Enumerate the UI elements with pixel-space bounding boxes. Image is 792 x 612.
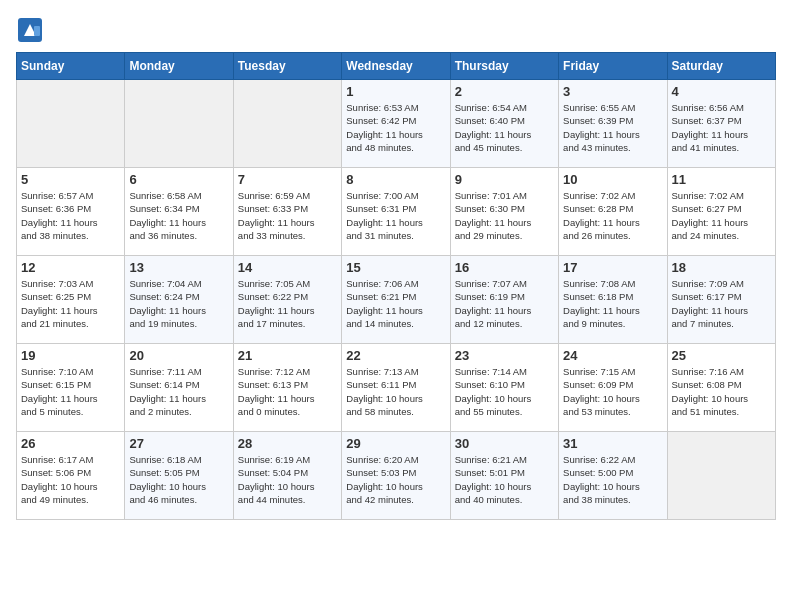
page-header xyxy=(16,16,776,44)
calendar-cell: 28Sunrise: 6:19 AM Sunset: 5:04 PM Dayli… xyxy=(233,432,341,520)
day-info: Sunrise: 7:08 AM Sunset: 6:18 PM Dayligh… xyxy=(563,277,662,330)
day-number: 5 xyxy=(21,172,120,187)
calendar-cell: 14Sunrise: 7:05 AM Sunset: 6:22 PM Dayli… xyxy=(233,256,341,344)
day-number: 24 xyxy=(563,348,662,363)
day-number: 13 xyxy=(129,260,228,275)
calendar-cell: 27Sunrise: 6:18 AM Sunset: 5:05 PM Dayli… xyxy=(125,432,233,520)
day-number: 3 xyxy=(563,84,662,99)
calendar-cell: 18Sunrise: 7:09 AM Sunset: 6:17 PM Dayli… xyxy=(667,256,775,344)
day-number: 20 xyxy=(129,348,228,363)
day-info: Sunrise: 6:57 AM Sunset: 6:36 PM Dayligh… xyxy=(21,189,120,242)
calendar-cell: 16Sunrise: 7:07 AM Sunset: 6:19 PM Dayli… xyxy=(450,256,558,344)
day-info: Sunrise: 7:06 AM Sunset: 6:21 PM Dayligh… xyxy=(346,277,445,330)
calendar-table: SundayMondayTuesdayWednesdayThursdayFrid… xyxy=(16,52,776,520)
day-info: Sunrise: 7:02 AM Sunset: 6:27 PM Dayligh… xyxy=(672,189,771,242)
calendar-cell: 25Sunrise: 7:16 AM Sunset: 6:08 PM Dayli… xyxy=(667,344,775,432)
day-number: 12 xyxy=(21,260,120,275)
calendar-cell: 3Sunrise: 6:55 AM Sunset: 6:39 PM Daylig… xyxy=(559,80,667,168)
calendar-week-5: 26Sunrise: 6:17 AM Sunset: 5:06 PM Dayli… xyxy=(17,432,776,520)
day-number: 6 xyxy=(129,172,228,187)
calendar-cell: 7Sunrise: 6:59 AM Sunset: 6:33 PM Daylig… xyxy=(233,168,341,256)
day-number: 29 xyxy=(346,436,445,451)
day-number: 27 xyxy=(129,436,228,451)
day-number: 21 xyxy=(238,348,337,363)
svg-rect-2 xyxy=(34,26,40,36)
day-info: Sunrise: 7:03 AM Sunset: 6:25 PM Dayligh… xyxy=(21,277,120,330)
calendar-cell: 13Sunrise: 7:04 AM Sunset: 6:24 PM Dayli… xyxy=(125,256,233,344)
day-info: Sunrise: 7:02 AM Sunset: 6:28 PM Dayligh… xyxy=(563,189,662,242)
day-number: 8 xyxy=(346,172,445,187)
day-info: Sunrise: 6:54 AM Sunset: 6:40 PM Dayligh… xyxy=(455,101,554,154)
calendar-cell: 6Sunrise: 6:58 AM Sunset: 6:34 PM Daylig… xyxy=(125,168,233,256)
day-info: Sunrise: 6:55 AM Sunset: 6:39 PM Dayligh… xyxy=(563,101,662,154)
calendar-cell: 8Sunrise: 7:00 AM Sunset: 6:31 PM Daylig… xyxy=(342,168,450,256)
calendar-cell: 2Sunrise: 6:54 AM Sunset: 6:40 PM Daylig… xyxy=(450,80,558,168)
day-info: Sunrise: 7:07 AM Sunset: 6:19 PM Dayligh… xyxy=(455,277,554,330)
day-header-friday: Friday xyxy=(559,53,667,80)
calendar-cell: 29Sunrise: 6:20 AM Sunset: 5:03 PM Dayli… xyxy=(342,432,450,520)
day-info: Sunrise: 7:04 AM Sunset: 6:24 PM Dayligh… xyxy=(129,277,228,330)
calendar-cell xyxy=(125,80,233,168)
day-info: Sunrise: 6:18 AM Sunset: 5:05 PM Dayligh… xyxy=(129,453,228,506)
calendar-cell: 4Sunrise: 6:56 AM Sunset: 6:37 PM Daylig… xyxy=(667,80,775,168)
calendar-cell: 26Sunrise: 6:17 AM Sunset: 5:06 PM Dayli… xyxy=(17,432,125,520)
day-number: 30 xyxy=(455,436,554,451)
calendar-cell: 31Sunrise: 6:22 AM Sunset: 5:00 PM Dayli… xyxy=(559,432,667,520)
calendar-week-3: 12Sunrise: 7:03 AM Sunset: 6:25 PM Dayli… xyxy=(17,256,776,344)
calendar-cell: 20Sunrise: 7:11 AM Sunset: 6:14 PM Dayli… xyxy=(125,344,233,432)
day-number: 26 xyxy=(21,436,120,451)
day-number: 4 xyxy=(672,84,771,99)
calendar-cell: 5Sunrise: 6:57 AM Sunset: 6:36 PM Daylig… xyxy=(17,168,125,256)
day-header-tuesday: Tuesday xyxy=(233,53,341,80)
day-number: 11 xyxy=(672,172,771,187)
calendar-week-1: 1Sunrise: 6:53 AM Sunset: 6:42 PM Daylig… xyxy=(17,80,776,168)
calendar-cell xyxy=(667,432,775,520)
day-info: Sunrise: 7:05 AM Sunset: 6:22 PM Dayligh… xyxy=(238,277,337,330)
calendar-cell: 24Sunrise: 7:15 AM Sunset: 6:09 PM Dayli… xyxy=(559,344,667,432)
day-number: 9 xyxy=(455,172,554,187)
day-header-wednesday: Wednesday xyxy=(342,53,450,80)
day-info: Sunrise: 6:59 AM Sunset: 6:33 PM Dayligh… xyxy=(238,189,337,242)
calendar-cell xyxy=(233,80,341,168)
day-info: Sunrise: 6:58 AM Sunset: 6:34 PM Dayligh… xyxy=(129,189,228,242)
day-number: 10 xyxy=(563,172,662,187)
calendar-cell: 9Sunrise: 7:01 AM Sunset: 6:30 PM Daylig… xyxy=(450,168,558,256)
day-info: Sunrise: 7:16 AM Sunset: 6:08 PM Dayligh… xyxy=(672,365,771,418)
day-number: 31 xyxy=(563,436,662,451)
day-info: Sunrise: 7:09 AM Sunset: 6:17 PM Dayligh… xyxy=(672,277,771,330)
day-header-sunday: Sunday xyxy=(17,53,125,80)
day-header-saturday: Saturday xyxy=(667,53,775,80)
calendar-cell: 12Sunrise: 7:03 AM Sunset: 6:25 PM Dayli… xyxy=(17,256,125,344)
day-number: 25 xyxy=(672,348,771,363)
calendar-cell: 15Sunrise: 7:06 AM Sunset: 6:21 PM Dayli… xyxy=(342,256,450,344)
day-number: 17 xyxy=(563,260,662,275)
day-info: Sunrise: 7:13 AM Sunset: 6:11 PM Dayligh… xyxy=(346,365,445,418)
day-number: 1 xyxy=(346,84,445,99)
day-number: 16 xyxy=(455,260,554,275)
header-row: SundayMondayTuesdayWednesdayThursdayFrid… xyxy=(17,53,776,80)
day-info: Sunrise: 6:56 AM Sunset: 6:37 PM Dayligh… xyxy=(672,101,771,154)
day-number: 23 xyxy=(455,348,554,363)
day-number: 2 xyxy=(455,84,554,99)
day-info: Sunrise: 6:22 AM Sunset: 5:00 PM Dayligh… xyxy=(563,453,662,506)
day-number: 19 xyxy=(21,348,120,363)
calendar-cell: 22Sunrise: 7:13 AM Sunset: 6:11 PM Dayli… xyxy=(342,344,450,432)
calendar-week-2: 5Sunrise: 6:57 AM Sunset: 6:36 PM Daylig… xyxy=(17,168,776,256)
day-info: Sunrise: 6:17 AM Sunset: 5:06 PM Dayligh… xyxy=(21,453,120,506)
logo xyxy=(16,16,48,44)
calendar-cell: 1Sunrise: 6:53 AM Sunset: 6:42 PM Daylig… xyxy=(342,80,450,168)
calendar-cell: 11Sunrise: 7:02 AM Sunset: 6:27 PM Dayli… xyxy=(667,168,775,256)
day-number: 28 xyxy=(238,436,337,451)
day-info: Sunrise: 7:14 AM Sunset: 6:10 PM Dayligh… xyxy=(455,365,554,418)
calendar-cell: 23Sunrise: 7:14 AM Sunset: 6:10 PM Dayli… xyxy=(450,344,558,432)
day-info: Sunrise: 6:53 AM Sunset: 6:42 PM Dayligh… xyxy=(346,101,445,154)
day-info: Sunrise: 7:10 AM Sunset: 6:15 PM Dayligh… xyxy=(21,365,120,418)
day-info: Sunrise: 7:15 AM Sunset: 6:09 PM Dayligh… xyxy=(563,365,662,418)
day-number: 14 xyxy=(238,260,337,275)
day-number: 22 xyxy=(346,348,445,363)
calendar-cell: 21Sunrise: 7:12 AM Sunset: 6:13 PM Dayli… xyxy=(233,344,341,432)
calendar-cell: 10Sunrise: 7:02 AM Sunset: 6:28 PM Dayli… xyxy=(559,168,667,256)
logo-icon xyxy=(16,16,44,44)
day-info: Sunrise: 6:19 AM Sunset: 5:04 PM Dayligh… xyxy=(238,453,337,506)
day-info: Sunrise: 7:11 AM Sunset: 6:14 PM Dayligh… xyxy=(129,365,228,418)
